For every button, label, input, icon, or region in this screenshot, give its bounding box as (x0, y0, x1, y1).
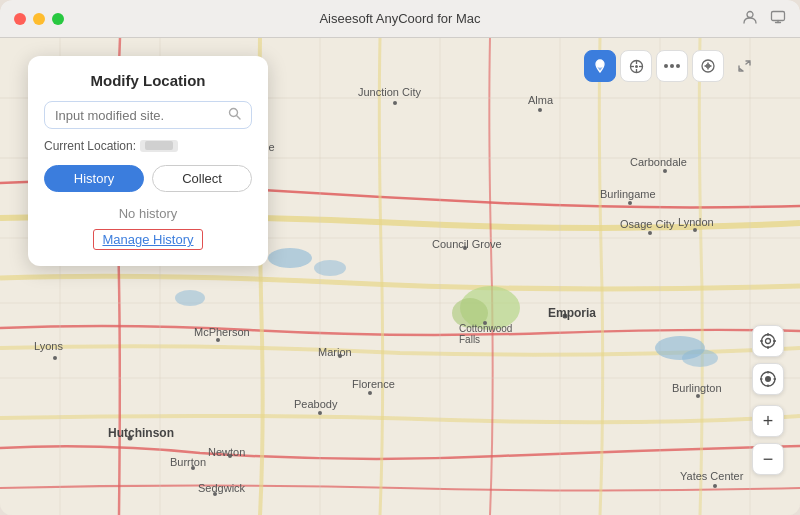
svg-point-23 (648, 231, 652, 235)
display-icon[interactable] (770, 9, 786, 28)
svg-point-38 (664, 64, 668, 68)
tab-buttons: History Collect (44, 165, 252, 192)
svg-point-9 (175, 290, 205, 306)
main-content: Junction City Alma Abilene Carbondale Bu… (0, 38, 800, 515)
svg-point-22 (628, 201, 632, 205)
svg-point-26 (318, 411, 322, 415)
svg-point-4 (452, 298, 488, 328)
close-button[interactable] (14, 13, 26, 25)
panel-title: Modify Location (44, 72, 252, 89)
svg-point-12 (463, 246, 467, 250)
modify-location-panel: Modify Location Current Location: Histor… (28, 56, 268, 266)
exit-button[interactable] (728, 50, 760, 82)
zoom-controls: + − (752, 405, 784, 475)
svg-point-24 (693, 228, 697, 232)
collect-tab[interactable]: Collect (152, 165, 252, 192)
svg-point-11 (538, 108, 542, 112)
svg-point-17 (368, 391, 372, 395)
map-toolbar (584, 50, 760, 82)
locate-me-button[interactable] (752, 363, 784, 395)
title-bar: Aiseesoft AnyCoord for Mac (0, 0, 800, 38)
current-location-value (140, 140, 178, 152)
search-input[interactable] (55, 108, 228, 123)
svg-point-43 (762, 335, 775, 348)
svg-rect-1 (772, 12, 785, 21)
map-locate-controls (752, 325, 784, 395)
search-icon (228, 107, 241, 123)
maximize-button[interactable] (52, 13, 64, 25)
current-location-label: Current Location: (44, 139, 136, 153)
target-icon-button[interactable] (752, 325, 784, 357)
manage-history-link[interactable]: Manage History (93, 229, 202, 250)
svg-point-15 (216, 338, 220, 342)
route-button[interactable] (692, 50, 724, 82)
svg-point-6 (314, 260, 346, 276)
svg-point-40 (676, 64, 680, 68)
svg-point-39 (670, 64, 674, 68)
svg-rect-57 (145, 141, 173, 150)
current-location: Current Location: (44, 139, 252, 153)
svg-point-19 (128, 436, 133, 441)
minimize-button[interactable] (33, 13, 45, 25)
svg-point-28 (213, 492, 217, 496)
svg-point-29 (713, 484, 717, 488)
search-box[interactable] (44, 101, 252, 129)
svg-point-18 (228, 454, 232, 458)
svg-point-10 (393, 101, 397, 105)
svg-point-21 (663, 169, 667, 173)
svg-point-14 (483, 321, 487, 325)
zoom-in-button[interactable]: + (752, 405, 784, 437)
orientation-button[interactable] (620, 50, 652, 82)
user-icon[interactable] (742, 9, 758, 28)
svg-point-8 (682, 349, 718, 367)
svg-point-20 (696, 394, 700, 398)
svg-point-5 (268, 248, 312, 268)
no-history-text: No history (44, 206, 252, 221)
history-tab[interactable]: History (44, 165, 144, 192)
svg-point-27 (191, 466, 195, 470)
title-bar-icons (742, 9, 786, 28)
traffic-lights (14, 13, 64, 25)
svg-point-33 (635, 65, 638, 68)
svg-point-13 (563, 314, 568, 319)
svg-point-30 (53, 356, 57, 360)
location-pin-button[interactable] (584, 50, 616, 82)
multi-spot-button[interactable] (656, 50, 688, 82)
svg-point-44 (766, 339, 771, 344)
app-title: Aiseesoft AnyCoord for Mac (319, 11, 480, 26)
zoom-out-button[interactable]: − (752, 443, 784, 475)
svg-point-50 (765, 376, 771, 382)
svg-point-0 (747, 12, 753, 18)
svg-line-56 (237, 116, 241, 120)
svg-point-16 (338, 354, 342, 358)
